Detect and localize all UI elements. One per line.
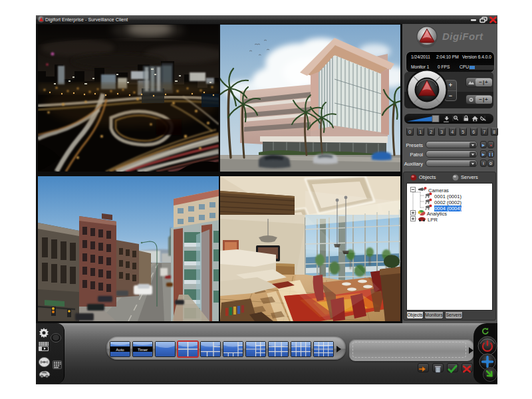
svg-text:Auto: Auto — [116, 348, 124, 352]
svg-text:DigiFort: DigiFort — [442, 31, 483, 42]
svg-text:Timer: Timer — [138, 348, 148, 352]
